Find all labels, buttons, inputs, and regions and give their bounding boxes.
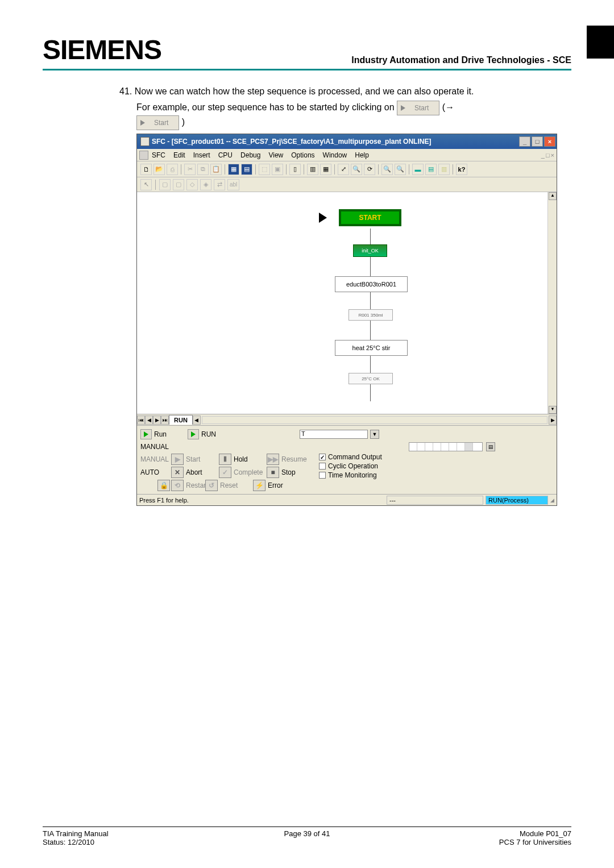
tb-print[interactable]: ⎙ xyxy=(167,164,178,175)
run-label: Run xyxy=(154,430,185,438)
tb-zoom2[interactable]: 🔍 xyxy=(351,164,362,175)
resize-grip-icon[interactable]: ◢ xyxy=(550,497,554,503)
mdi-max[interactable]: □ xyxy=(546,152,550,159)
progress-bar xyxy=(409,442,483,451)
abort-button[interactable]: ✕ xyxy=(171,467,184,478)
tb-e[interactable]: ▯ xyxy=(289,164,301,175)
page-header: SIEMENS Industry Automation and Drive Te… xyxy=(43,34,571,70)
timemon-check[interactable]: Time Monitoring xyxy=(319,471,382,479)
scroll-up-button[interactable]: ▲ xyxy=(549,192,557,200)
app-icon xyxy=(140,137,150,146)
sfc-trans-1[interactable]: init_OK xyxy=(353,244,387,257)
tb2-e[interactable]: ⇄ xyxy=(214,179,225,190)
v-scrollbar[interactable]: ▲ ▼ xyxy=(547,192,557,414)
menu-sfc[interactable]: SFC xyxy=(152,151,165,159)
tab-prev[interactable]: ◀ xyxy=(145,416,153,425)
stop-button[interactable]: ■ xyxy=(267,467,279,478)
tb-new[interactable]: 🗋 xyxy=(140,164,152,175)
h-scrollbar[interactable] xyxy=(202,416,547,424)
tb2-d[interactable]: ◈ xyxy=(200,179,211,190)
sfc-trans-2[interactable]: 25°C OK xyxy=(349,373,393,384)
start-button-inline-2[interactable]: Start xyxy=(136,115,179,130)
t-field[interactable]: T xyxy=(300,430,368,439)
tb-refresh[interactable]: ⟳ xyxy=(364,164,375,175)
menu-debug[interactable]: Debug xyxy=(240,151,260,159)
menu-insert[interactable]: Insert xyxy=(193,151,210,159)
tb-j[interactable]: ▥ xyxy=(438,164,450,175)
sfc-line xyxy=(370,356,371,373)
tb-i[interactable]: ▤ xyxy=(425,164,437,175)
status-mid: --- xyxy=(387,496,483,505)
tb-paste[interactable]: 📋 xyxy=(210,164,222,175)
tb-h[interactable]: ▬ xyxy=(412,164,424,175)
sfc-step-3[interactable]: heat 25°C stir xyxy=(335,340,408,356)
mdi-close[interactable]: × xyxy=(551,152,554,159)
tb-f[interactable]: ▥ xyxy=(307,164,318,175)
step-line1: Now we can watch how the step sequence i… xyxy=(135,86,474,96)
hscroll-left[interactable]: ◀ xyxy=(193,416,201,425)
tb-copy[interactable]: ⧉ xyxy=(197,164,209,175)
tab-first[interactable]: ⏮ xyxy=(137,416,145,425)
sfc-canvas[interactable]: ▲ ▼ START init_OK eductB003toR001 R001 3… xyxy=(137,192,557,414)
tb2-b[interactable]: ▢ xyxy=(173,179,184,190)
page-footer: TIA Training Manual Status: 12/2010 Page… xyxy=(43,827,571,846)
hold-button[interactable]: Ⅱ xyxy=(219,454,231,465)
menu-view[interactable]: View xyxy=(268,151,283,159)
tb-zoomin[interactable]: 🔍 xyxy=(381,164,393,175)
tb-zoomout[interactable]: 🔍 xyxy=(395,164,406,175)
play-icon xyxy=(140,120,145,126)
tb2-c[interactable]: ◇ xyxy=(186,179,198,190)
tb2-a[interactable]: ▢ xyxy=(159,179,171,190)
error-button[interactable]: ⚡ xyxy=(253,480,265,491)
sfc-step-2[interactable]: R001 350ml xyxy=(349,309,393,321)
sfc-line xyxy=(370,321,371,340)
header-title: Industry Automation and Drive Technologi… xyxy=(351,55,571,65)
abort-action: Abort xyxy=(185,468,218,476)
tb-help[interactable]: k? xyxy=(456,164,467,175)
close-button[interactable]: × xyxy=(544,136,555,147)
hscroll-right[interactable]: ▶ xyxy=(549,416,557,425)
tb-cut[interactable]: ✂ xyxy=(184,164,196,175)
menu-help[interactable]: Help xyxy=(355,151,369,159)
progress-dd[interactable]: ▤ xyxy=(486,442,495,451)
start-button-inline-1[interactable]: Start xyxy=(397,101,439,115)
tb2-cursor[interactable]: ↖ xyxy=(140,179,152,190)
scroll-down-button[interactable]: ▼ xyxy=(549,406,557,414)
lock-button[interactable]: 🔒 xyxy=(157,480,170,491)
restart-button[interactable]: ⟲ xyxy=(171,480,184,491)
complete-button[interactable]: ✓ xyxy=(219,467,231,478)
menu-options[interactable]: Options xyxy=(291,151,314,159)
t-dropdown[interactable]: ▼ xyxy=(370,430,379,439)
tb-a[interactable]: ▦ xyxy=(228,164,239,175)
menu-cpu[interactable]: CPU xyxy=(218,151,233,159)
start-action: Start xyxy=(185,455,218,463)
reset-action: Reset xyxy=(219,481,252,489)
tb-b[interactable]: ▤ xyxy=(241,164,252,175)
sfc-step-1[interactable]: eductB003toR001 xyxy=(335,276,408,292)
resume-button[interactable]: ▶▶ xyxy=(267,454,279,465)
tb-c[interactable]: ⬚ xyxy=(259,164,270,175)
mdi-min[interactable]: _ xyxy=(541,152,545,159)
minimize-button[interactable]: _ xyxy=(519,136,530,147)
checkbox-icon: ✓ xyxy=(319,454,326,460)
tab-next[interactable]: ▶ xyxy=(153,416,161,425)
cyclic-check[interactable]: Cyclic Operation xyxy=(319,462,382,470)
mdi-controls: _ □ × xyxy=(541,152,557,159)
start-label-2: Start xyxy=(147,118,175,128)
reset-button[interactable]: ↺ xyxy=(205,480,218,491)
tb-d[interactable]: ▣ xyxy=(272,164,283,175)
menu-edit[interactable]: Edit xyxy=(173,151,185,159)
tb-zoom[interactable]: ⤢ xyxy=(338,164,349,175)
tb-g[interactable]: ▦ xyxy=(320,164,331,175)
sfc-line xyxy=(370,384,371,401)
tb2-abl[interactable]: abl xyxy=(227,179,239,190)
menu-window[interactable]: Window xyxy=(323,151,347,159)
sfc-start-step[interactable]: START xyxy=(339,209,401,226)
tb-open[interactable]: 📂 xyxy=(154,164,165,175)
cmd-output-check[interactable]: ✓ Command Output xyxy=(319,453,382,461)
tab-last[interactable]: ⏭ xyxy=(161,416,169,425)
titlebar[interactable]: SFC - [SFC_product01 -- SCE_PCS7_Prj\SCE… xyxy=(137,134,557,149)
maximize-button[interactable]: □ xyxy=(532,136,543,147)
manual-play-button[interactable]: ▶ xyxy=(171,454,184,465)
tab-run[interactable]: RUN xyxy=(169,415,193,425)
